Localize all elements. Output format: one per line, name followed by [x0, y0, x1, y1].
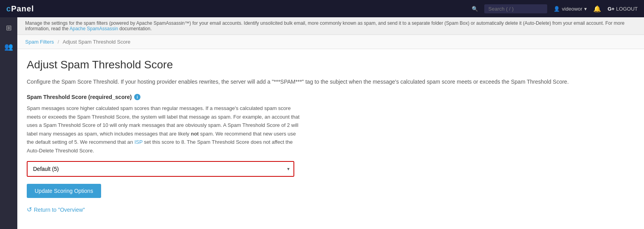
search-icon: 🔍 [472, 6, 478, 12]
chevron-down-icon: ▾ [584, 6, 587, 12]
return-link-label: Return to "Overview" [34, 207, 85, 213]
update-scoring-button[interactable]: Update Scoring Options [27, 184, 101, 198]
return-icon: ↺ [27, 206, 32, 213]
score-select[interactable]: Default (5) 1 2 3 4 5 6 7 8 9 10 [28, 162, 293, 176]
user-icon: 👤 [554, 6, 560, 12]
update-button-wrapper: Update Scoring Options [27, 184, 635, 206]
google-icon: G+ [607, 6, 614, 12]
score-select-wrapper: Default (5) 1 2 3 4 5 6 7 8 9 10 ▾ [27, 161, 294, 177]
breadcrumb-separator: / [58, 39, 59, 45]
breadcrumb-current: Adjust Spam Threshold Score [63, 39, 130, 45]
info-icon[interactable]: i [134, 94, 140, 100]
search-input[interactable] [484, 4, 547, 13]
page-body: Adjust Spam Threshold Score Configure th… [17, 49, 644, 223]
layout-wrapper: ⊞ 👥 Manage the settings for the spam fil… [0, 17, 644, 229]
apache-spamassassin-link[interactable]: Apache SpamAssassin [70, 26, 118, 31]
top-info-text-after: documentation. [119, 26, 151, 31]
logout-button[interactable]: G+ LOGOUT [607, 6, 638, 12]
user-menu[interactable]: 👤 videowor ▾ [554, 6, 587, 12]
breadcrumb: Spam Filters / Adjust Spam Threshold Sco… [17, 35, 644, 49]
section-description: Spam messages score higher calculated sp… [27, 104, 302, 155]
navbar-left: cPanel [6, 4, 34, 13]
sidebar-icon-grid[interactable]: ⊞ [4, 21, 14, 35]
main-content: Manage the settings for the spam filters… [17, 17, 644, 229]
section-title: Spam Threshold Score (required_score) i [27, 94, 635, 100]
navbar-right: 🔍 👤 videowor ▾ 🔔 G+ LOGOUT [472, 4, 638, 13]
sidebar-icon-users[interactable]: 👥 [2, 40, 15, 53]
cpanel-logo: cPanel [6, 4, 34, 13]
breadcrumb-parent[interactable]: Spam Filters [25, 39, 54, 45]
return-to-overview-link[interactable]: ↺ Return to "Overview" [27, 206, 635, 213]
bell-icon[interactable]: 🔔 [593, 5, 601, 13]
top-info-bar: Manage the settings for the spam filters… [17, 17, 644, 35]
username-label: videowor [562, 6, 582, 12]
sidebar: ⊞ 👥 [0, 17, 17, 229]
navbar: cPanel 🔍 👤 videowor ▾ 🔔 G+ LOGOUT [0, 0, 644, 17]
page-description: Configure the Spam Score Threshold. If y… [27, 77, 635, 86]
select-inner: Default (5) 1 2 3 4 5 6 7 8 9 10 ▾ [28, 162, 293, 176]
section-title-text: Spam Threshold Score (required_score) [27, 94, 132, 100]
page-title: Adjust Spam Threshold Score [27, 59, 635, 71]
isp-link[interactable]: ISP [135, 139, 143, 145]
not-text: not [191, 131, 199, 137]
